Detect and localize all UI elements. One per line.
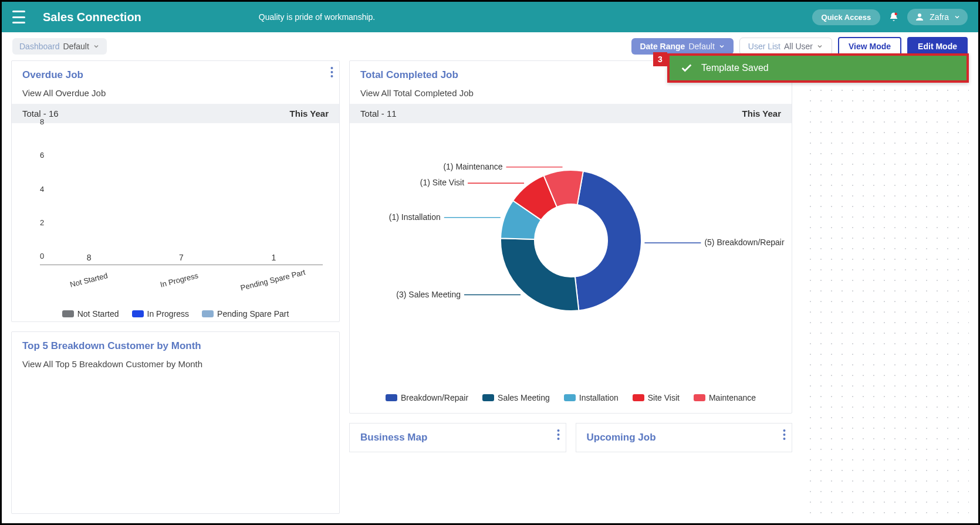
card-menu-button[interactable]	[783, 429, 786, 442]
svg-point-13	[783, 438, 786, 440]
card-subtitle: View All Overdue Job	[22, 88, 329, 98]
legend-item: Installation	[564, 393, 619, 402]
donut-slice-label: (5) Breakdown/Repair	[704, 238, 784, 247]
card-title: Top 5 Breakdown Customer by Month	[22, 340, 329, 352]
legend-item: Not Started	[62, 309, 119, 319]
bar-item: 8	[58, 253, 120, 265]
svg-point-2	[331, 67, 333, 69]
callout-number: 3	[653, 52, 667, 66]
top-bar: Sales Connection Quality is pride of wor…	[2, 2, 978, 32]
chevron-down-icon	[816, 43, 823, 50]
dashboard-value: Default	[63, 42, 89, 51]
empty-dashboard-slot[interactable]	[802, 60, 969, 514]
svg-point-12	[783, 433, 786, 436]
overdue-job-card: Overdue Job View All Overdue Job Total -…	[11, 60, 340, 322]
check-icon	[680, 62, 693, 74]
chevron-down-icon	[93, 43, 100, 50]
card-title: Overdue Job	[22, 69, 329, 81]
dashboard-selector[interactable]: Dashboard Default	[12, 38, 107, 55]
template-saved-toast: 3 Template Saved	[667, 53, 969, 83]
card-menu-button[interactable]	[330, 67, 333, 80]
legend-item: In Progress	[132, 309, 190, 319]
dashboard-label: Dashboard	[19, 42, 60, 51]
svg-point-11	[783, 429, 786, 432]
business-map-card: Business Map	[349, 423, 566, 452]
quick-access-button[interactable]: Quick Access	[812, 9, 881, 25]
donut-slice-label: (1) Site Visit	[420, 178, 464, 187]
card-total-row: Total - 11 This Year	[350, 104, 792, 123]
user-menu[interactable]: Zafra	[907, 9, 968, 25]
total-label: Total - 11	[360, 109, 397, 118]
completed-donut-chart: (5) Breakdown/Repair(3) Sales Meeting(1)…	[360, 123, 781, 393]
overdue-bar-chart: 02468871 Not StartedIn ProgressPending S…	[22, 123, 329, 311]
card-title: Business Map	[360, 432, 555, 443]
bell-icon[interactable]	[888, 11, 899, 23]
svg-point-10	[557, 438, 559, 440]
card-title: Upcoming Job	[587, 432, 782, 443]
user-icon	[914, 12, 925, 22]
dashboard-content: Overdue Job View All Overdue Job Total -…	[2, 60, 978, 523]
user-list-value: All User	[784, 42, 813, 51]
svg-point-8	[557, 429, 559, 432]
donut-slice-label: (1) Installation	[389, 212, 441, 222]
donut-slice-label: (1) Maintenance	[443, 162, 502, 171]
user-list-label: User List	[748, 42, 780, 51]
tagline-text: Quality is pride of workmanship.	[259, 12, 375, 22]
date-range-label: Date Range	[640, 42, 685, 51]
bar-item: 1	[242, 253, 305, 265]
legend-item: Pending Spare Part	[202, 309, 289, 319]
legend-item: Maintenance	[694, 393, 756, 402]
legend-item: Site Visit	[633, 393, 680, 402]
completed-job-card: Total Completed Job View All Total Compl…	[349, 60, 792, 414]
chevron-down-icon	[954, 13, 961, 21]
upcoming-job-card: Upcoming Job	[576, 423, 793, 452]
user-name: Zafra	[930, 12, 949, 22]
breakdown-customer-card: Top 5 Breakdown Customer by Month View A…	[11, 331, 340, 514]
donut-slice-label: (3) Sales Meeting	[396, 290, 461, 299]
legend-item: Sales Meeting	[482, 393, 550, 402]
date-range-selector[interactable]: Date Range Default	[631, 38, 733, 55]
menu-icon[interactable]	[12, 11, 25, 23]
date-range-value: Default	[688, 42, 714, 51]
card-subtitle: View All Top 5 Breakdown Customer by Mon…	[22, 359, 329, 369]
user-list-selector[interactable]: User List All User	[739, 38, 832, 55]
svg-point-9	[557, 433, 559, 436]
card-subtitle: View All Total Completed Job	[360, 88, 781, 98]
period-label: This Year	[742, 109, 781, 118]
card-menu-button[interactable]	[557, 429, 560, 442]
svg-point-3	[331, 71, 333, 73]
brand-title: Sales Connection	[43, 11, 141, 24]
toast-text: Template Saved	[701, 63, 769, 73]
svg-point-0	[895, 13, 898, 16]
card-total-row: Total - 16 This Year	[12, 104, 339, 123]
period-label: This Year	[290, 109, 329, 118]
legend-item: Breakdown/Repair	[386, 393, 468, 402]
svg-point-4	[331, 75, 333, 77]
chevron-down-icon	[718, 43, 725, 50]
svg-point-1	[918, 13, 921, 17]
